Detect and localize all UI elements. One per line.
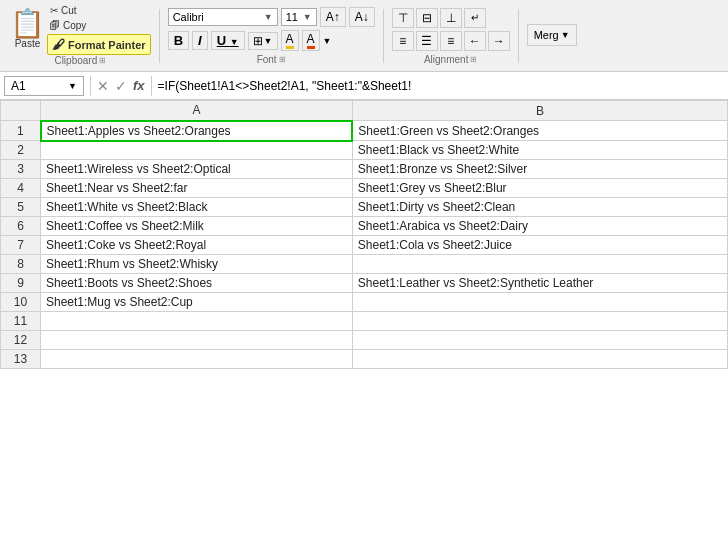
row-header-6: 6: [1, 217, 41, 236]
font-section: Calibri ▼ 11 ▼ A↑ A↓ B I: [164, 4, 379, 67]
row-header-11: 11: [1, 312, 41, 331]
align-row1: ⊤ ⊟ ⊥ ↵: [392, 8, 510, 28]
table-row: 6Sheet1:Coffee vs Sheet2:MilkSheet1:Arab…: [1, 217, 728, 236]
cell-ref-dropdown[interactable]: ▼: [68, 81, 77, 91]
row-header-1: 1: [1, 121, 41, 141]
cell-12-B[interactable]: [352, 331, 727, 350]
formula-cross-icon[interactable]: ✕: [97, 78, 109, 94]
font-group: Calibri ▼ 11 ▼ A↑ A↓ B I: [168, 7, 375, 51]
cell-6-A[interactable]: Sheet1:Coffee vs Sheet2:Milk: [41, 217, 353, 236]
table-row: 5Sheet1:White vs Sheet2:BlackSheet1:Dirt…: [1, 198, 728, 217]
border-button[interactable]: ⊞ ▼: [248, 32, 278, 50]
format-painter-label: Format Painter: [68, 39, 146, 51]
cell-reference-value: A1: [11, 79, 26, 93]
font-decrease-button[interactable]: A↓: [349, 7, 375, 27]
indent-decrease-button[interactable]: ←: [464, 31, 486, 51]
font-color-button[interactable]: A: [302, 30, 320, 51]
align-left-button[interactable]: ≡: [392, 31, 414, 51]
cell-9-B[interactable]: Sheet1:Leather vs Sheet2:Synthetic Leath…: [352, 274, 727, 293]
cell-reference-box[interactable]: A1 ▼: [4, 76, 84, 96]
col-header-a[interactable]: A: [41, 101, 353, 121]
cell-1-B[interactable]: Sheet1:Green vs Sheet2:Oranges: [352, 121, 727, 141]
cell-7-B[interactable]: Sheet1:Cola vs Sheet2:Juice: [352, 236, 727, 255]
fill-color-underline: [286, 46, 294, 49]
cut-icon: ✂: [50, 5, 58, 16]
alignment-expand-icon[interactable]: ⊞: [470, 55, 477, 64]
align-center-button[interactable]: ☰: [416, 31, 438, 51]
font-dropdown[interactable]: ▼: [323, 36, 332, 46]
cell-2-B[interactable]: Sheet1:Black vs Sheet2:White: [352, 141, 727, 160]
copy-label: Copy: [63, 20, 86, 31]
underline-button[interactable]: U ▼: [211, 31, 245, 50]
cell-4-A[interactable]: Sheet1:Near vs Sheet2:far: [41, 179, 353, 198]
alignment-content: ⊤ ⊟ ⊥ ↵ ≡ ☰ ≡ ← →: [392, 4, 510, 54]
cell-13-B[interactable]: [352, 350, 727, 369]
formula-bar-separator2: [151, 76, 152, 96]
cell-6-B[interactable]: Sheet1:Arabica vs Sheet2:Dairy: [352, 217, 727, 236]
align-group: ⊤ ⊟ ⊥ ↵ ≡ ☰ ≡ ← →: [392, 8, 510, 51]
align-middle-button[interactable]: ⊟: [416, 8, 438, 28]
bold-button[interactable]: B: [168, 31, 189, 50]
table-row: 10Sheet1:Mug vs Sheet2:Cup: [1, 293, 728, 312]
cell-2-A[interactable]: [41, 141, 353, 160]
format-painter-icon: 🖌: [52, 37, 65, 52]
merge-dropdown-arrow[interactable]: ▼: [561, 30, 570, 40]
align-bottom-button[interactable]: ⊥: [440, 8, 462, 28]
fill-color-button[interactable]: A: [281, 30, 299, 51]
font-size-dropdown[interactable]: 11 ▼: [281, 8, 317, 26]
cell-13-A[interactable]: [41, 350, 353, 369]
cut-button[interactable]: ✂ Cut: [47, 4, 151, 17]
table-row: 11: [1, 312, 728, 331]
app-container: 📋 Paste ✂ Cut 🗐 Copy 🖌: [0, 0, 728, 369]
font-increase-button[interactable]: A↑: [320, 7, 346, 27]
cell-3-B[interactable]: Sheet1:Bronze vs Sheet2:Silver: [352, 160, 727, 179]
copy-button[interactable]: 🗐 Copy: [47, 19, 151, 32]
cell-8-A[interactable]: Sheet1:Rhum vs Sheet2:Whisky: [41, 255, 353, 274]
table-row: 2Sheet1:Black vs Sheet2:White: [1, 141, 728, 160]
merge-button[interactable]: Merg ▼: [527, 24, 577, 46]
formula-input[interactable]: [158, 79, 724, 93]
font-name-dropdown[interactable]: Calibri ▼: [168, 8, 278, 26]
cell-1-A[interactable]: Sheet1:Apples vs Sheet2:Oranges: [41, 121, 353, 141]
cell-5-A[interactable]: Sheet1:White vs Sheet2:Black: [41, 198, 353, 217]
font-color-icon: A: [307, 32, 315, 46]
spreadsheet-table: A B 1Sheet1:Apples vs Sheet2:OrangesShee…: [0, 100, 728, 369]
paste-button[interactable]: 📋 Paste: [10, 10, 45, 49]
table-row: 4Sheet1:Near vs Sheet2:farSheet1:Grey vs…: [1, 179, 728, 198]
align-row2: ≡ ☰ ≡ ← →: [392, 31, 510, 51]
cell-12-A[interactable]: [41, 331, 353, 350]
row-header-3: 3: [1, 160, 41, 179]
cell-9-A[interactable]: Sheet1:Boots vs Sheet2:Shoes: [41, 274, 353, 293]
underline-dropdown[interactable]: ▼: [230, 37, 239, 47]
row-header-8: 8: [1, 255, 41, 274]
align-right-button[interactable]: ≡: [440, 31, 462, 51]
formula-check-icon[interactable]: ✓: [115, 78, 127, 94]
font-expand-icon[interactable]: ⊞: [279, 55, 286, 64]
table-row: 8Sheet1:Rhum vs Sheet2:Whisky: [1, 255, 728, 274]
cell-10-A[interactable]: Sheet1:Mug vs Sheet2:Cup: [41, 293, 353, 312]
italic-button[interactable]: I: [192, 31, 208, 50]
cell-11-B[interactable]: [352, 312, 727, 331]
col-header-empty: [1, 101, 41, 121]
divider-2: [383, 9, 384, 63]
font-color-underline: [307, 46, 315, 49]
indent-increase-button[interactable]: →: [488, 31, 510, 51]
wrap-text-button[interactable]: ↵: [464, 8, 486, 28]
cell-8-B[interactable]: [352, 255, 727, 274]
border-dropdown[interactable]: ▼: [264, 36, 273, 46]
formula-bar-icons: ✕ ✓ fx: [97, 78, 145, 94]
cell-11-A[interactable]: [41, 312, 353, 331]
col-header-b[interactable]: B: [352, 101, 727, 121]
cell-5-B[interactable]: Sheet1:Dirty vs Sheet2:Clean: [352, 198, 727, 217]
cell-3-A[interactable]: Sheet1:Wireless vs Sheet2:Optical: [41, 160, 353, 179]
table-row: 9Sheet1:Boots vs Sheet2:ShoesSheet1:Leat…: [1, 274, 728, 293]
clipboard-small-actions: ✂ Cut 🗐 Copy 🖌 Format Painter: [47, 4, 151, 55]
align-top-button[interactable]: ⊤: [392, 8, 414, 28]
cell-4-B[interactable]: Sheet1:Grey vs Sheet2:Blur: [352, 179, 727, 198]
format-painter-button[interactable]: 🖌 Format Painter: [47, 34, 151, 55]
cell-10-B[interactable]: [352, 293, 727, 312]
clipboard-expand-icon[interactable]: ⊞: [99, 56, 106, 65]
cell-7-A[interactable]: Sheet1:Coke vs Sheet2:Royal: [41, 236, 353, 255]
clipboard-section: 📋 Paste ✂ Cut 🗐 Copy 🖌: [6, 4, 155, 67]
spreadsheet-body: 1Sheet1:Apples vs Sheet2:OrangesSheet1:G…: [1, 121, 728, 369]
